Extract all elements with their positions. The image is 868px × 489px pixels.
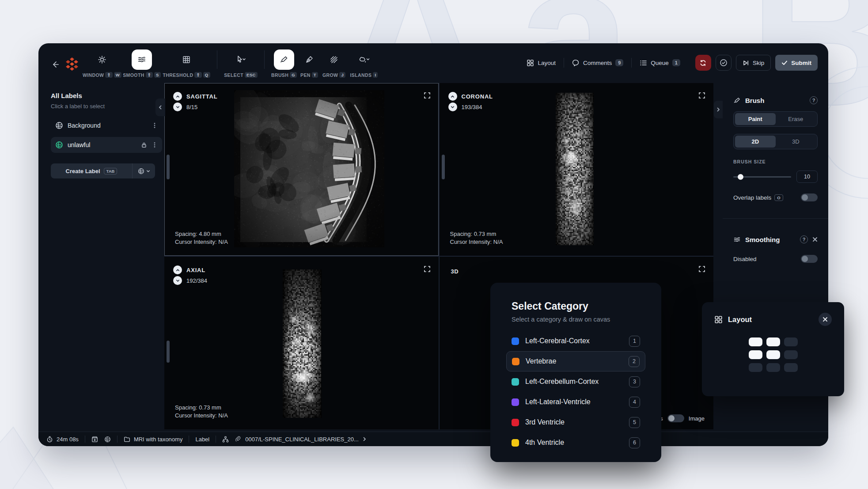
mask-type-icon-button[interactable] [104, 436, 111, 443]
create-label-type-dropdown[interactable] [132, 163, 155, 178]
statusbar-separator [189, 436, 189, 443]
fullscreen-button[interactable] [424, 265, 431, 273]
back-button[interactable] [49, 58, 61, 71]
category-key-badge: 6 [629, 437, 640, 448]
overlap-labels-toggle[interactable] [801, 193, 818, 201]
smoothing-toggle[interactable] [801, 255, 818, 263]
viewport-coronal[interactable]: CORONAL 193/384 Spacing: 0.73 mm Cursor … [440, 83, 714, 256]
tool-threshold[interactable]: THRESHOLD⇧Q [162, 49, 211, 78]
submit-button[interactable]: Submit [775, 55, 818, 71]
slice-scrollbar[interactable] [167, 341, 170, 363]
toolbar-separator [217, 50, 217, 69]
category-left-lateral-ventricle[interactable]: Left-Lateral-Ventricle 4 [506, 392, 645, 412]
tool-window[interactable]: WINDOW⇧W [83, 49, 121, 78]
kbd-key: Q [203, 72, 210, 78]
create-label-button[interactable]: Create Label TAB [51, 163, 155, 178]
category-color-swatch [512, 398, 519, 406]
close-button[interactable] [819, 313, 832, 326]
layout-cell[interactable] [784, 337, 798, 346]
slice-down-button[interactable] [173, 102, 182, 111]
intensity-readout: Cursor Intensity: N/A [175, 238, 228, 246]
viewport-name: CORONAL [462, 93, 493, 100]
lock-icon[interactable] [141, 142, 147, 148]
erase-mode-button[interactable]: Erase [776, 113, 816, 125]
layout-cell[interactable] [766, 363, 780, 372]
tool-islands[interactable]: ISLANDSI [349, 49, 379, 78]
brush-size-slider[interactable] [733, 176, 791, 178]
fullscreen-button[interactable] [698, 265, 705, 273]
category-vertebrae[interactable]: Vertebrae 2 [506, 351, 645, 371]
layout-cell[interactable] [784, 363, 798, 372]
tool-group: WINDOW⇧W SMOOTH⇧S THRESHOLD⇧Q SELECTESC … [83, 49, 379, 78]
taxonomy-icon-button[interactable] [222, 436, 229, 443]
tool-smooth[interactable]: SMOOTH⇧S [123, 49, 160, 78]
slice-counter: 8/15 [186, 104, 197, 110]
validate-button[interactable] [716, 55, 732, 71]
layout-cell[interactable] [766, 337, 780, 346]
brush-size-value[interactable]: 10 [796, 171, 818, 183]
layout-cell[interactable] [749, 363, 762, 372]
stage-value: Label [195, 436, 209, 443]
slice-up-button[interactable] [448, 92, 457, 101]
category-left-cerebellum-cortex[interactable]: Left-Cerebellum-Cortex 3 [506, 371, 645, 392]
layout-cell[interactable] [749, 337, 762, 346]
kbd-key: ESC [245, 72, 258, 78]
comments-button[interactable]: Comments 9 [569, 57, 627, 69]
tool-brush[interactable]: BRUSHG [271, 49, 297, 78]
image-toggle[interactable] [667, 414, 684, 422]
paint-mode-button[interactable]: Paint [735, 113, 776, 125]
layout-cell[interactable] [784, 350, 798, 359]
overlap-kbd-badge: O [774, 194, 783, 201]
help-icon[interactable]: ? [810, 96, 818, 104]
file-breadcrumb[interactable]: 0007/L-SPINE_CLINICAL_LIBRARIES_20... [235, 436, 367, 443]
viewport-axial[interactable]: AXIAL 192/384 Spacing: 0.73 mm Cursor In… [164, 257, 439, 429]
layout-popup: Layout [702, 302, 844, 396]
queue-button[interactable]: Queue 1 [636, 57, 684, 69]
coronal-mri-image[interactable] [556, 93, 594, 245]
sidebar-collapse-handle[interactable] [155, 99, 165, 116]
sync-button[interactable] [695, 55, 711, 71]
skip-button[interactable]: Skip [736, 55, 771, 71]
viewport-sagittal[interactable]: SAGITTAL 8/15 Spacing: 4.80 mm Cursor In… [164, 83, 439, 256]
label-row-unlawful[interactable]: unlawful [51, 137, 162, 153]
mask-icon [138, 168, 144, 174]
layout-button[interactable]: Layout [523, 57, 559, 69]
panel-expand-handle[interactable] [714, 101, 723, 118]
label-row-background[interactable]: Background [51, 118, 162, 133]
tab-kbd-badge: TAB [104, 168, 118, 174]
close-icon[interactable] [812, 237, 818, 242]
category-4th-ventricle[interactable]: 4th Ventricle 6 [506, 432, 645, 453]
fullscreen-button[interactable] [424, 92, 431, 99]
tool-pen[interactable]: PENT [299, 49, 319, 78]
tool-grow[interactable]: GROWJ [321, 49, 347, 78]
project-name: MRI with taxonomy [134, 436, 183, 443]
slice-scrollbar[interactable] [442, 155, 445, 179]
chevron-right-icon [716, 107, 720, 112]
viewport-info: Spacing: 4.80 mm Cursor Intensity: N/A [175, 230, 228, 246]
help-icon[interactable]: ? [800, 235, 808, 243]
layout-cell[interactable] [766, 350, 780, 359]
sagittal-mri-image[interactable] [234, 90, 384, 247]
dataset-icon-button[interactable] [91, 436, 98, 443]
tool-select[interactable]: SELECTESC [224, 49, 258, 78]
slice-up-button[interactable] [173, 265, 182, 274]
category-left-cerebral-cortex[interactable]: Left-Cerebral-Cortex 1 [506, 331, 645, 351]
project-breadcrumb[interactable]: MRI with taxonomy [124, 436, 183, 443]
slice-up-button[interactable] [173, 92, 182, 101]
kebab-menu-icon[interactable] [152, 142, 158, 148]
chevron-right-icon[interactable] [362, 437, 367, 441]
2d-mode-button[interactable]: 2D [735, 136, 776, 148]
smoothing-state-label: Disabled [733, 256, 757, 262]
category-list: Left-Cerebral-Cortex 1 Vertebrae 2 Left-… [512, 331, 640, 453]
slice-down-button[interactable] [173, 276, 182, 285]
axial-mri-image[interactable] [283, 269, 322, 418]
fullscreen-button[interactable] [698, 92, 705, 99]
category-3rd-ventricle[interactable]: 3rd Ventricle 5 [506, 412, 645, 432]
3d-mode-button[interactable]: 3D [776, 136, 816, 148]
submit-label: Submit [791, 60, 811, 66]
kebab-menu-icon[interactable] [152, 122, 158, 129]
slice-scrollbar[interactable] [167, 155, 170, 179]
slider-knob[interactable] [738, 174, 743, 180]
layout-cell[interactable] [749, 350, 762, 359]
slice-down-button[interactable] [448, 102, 457, 111]
